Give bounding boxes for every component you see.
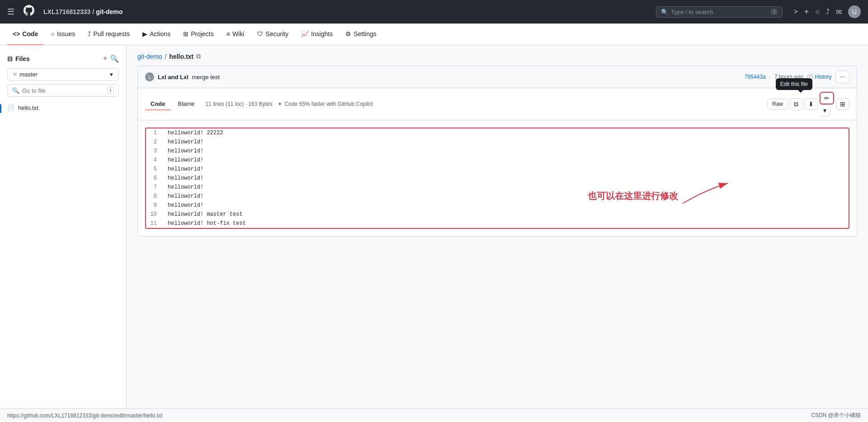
line-code: helloworld! — [164, 192, 849, 201]
nav-item-code[interactable]: <> Code — [7, 24, 43, 45]
more-options-button[interactable]: ··· — [835, 71, 849, 83]
search-file-icon: 🔍 — [12, 87, 19, 94]
copilot-text: Code 55% faster with GitHub Copilot — [284, 101, 373, 107]
copy-raw-button[interactable]: ⧉ — [790, 98, 802, 110]
line-code: helloworld! — [164, 174, 849, 183]
user-avatar[interactable]: U — [848, 5, 861, 18]
file-item-wrapper: 📄 hello.txt — [0, 102, 126, 114]
settings-icon: ⚙ — [345, 30, 351, 38]
issue-icon[interactable]: ○ — [815, 8, 820, 16]
hamburger-icon[interactable]: ☰ — [7, 7, 14, 17]
top-nav: ☰ LXL1716812333 / git-demo 🔍 Type / to s… — [0, 0, 868, 24]
table-row: 11helloworld! hot-fix test — [146, 219, 849, 228]
file-main: git-demo / hello.txt ⧉ L Lxl and Lxl mer… — [127, 45, 868, 422]
status-bar: https://github.com/LXL1716812333/git-dem… — [0, 408, 868, 422]
file-card-header: L Lxl and Lxl merge test 795443a · 7 hou… — [138, 66, 857, 88]
history-label: History — [815, 74, 831, 80]
code-area: 1helloworld! 222222helloworld!3helloworl… — [145, 128, 849, 229]
copilot-badge: ✦ Code 55% faster with GitHub Copilot — [278, 101, 373, 107]
line-number: 5 — [146, 165, 164, 174]
repo-owner[interactable]: LXL1716812333 — [43, 8, 90, 15]
global-search[interactable]: 🔍 Type / to search / — [656, 6, 783, 18]
search-icon: 🔍 — [661, 9, 668, 15]
search-sidebar-icon[interactable]: 🔍 — [110, 54, 119, 63]
copilot-icon: ✦ — [278, 101, 282, 107]
raw-button[interactable]: Raw — [767, 99, 788, 109]
commit-authors: Lxl and Lxl — [158, 74, 189, 81]
commit-info: Lxl and Lxl merge test — [158, 74, 220, 81]
tab-code[interactable]: Code — [145, 98, 171, 110]
commit-sha[interactable]: 795443a — [745, 74, 766, 80]
file-item-hello-txt[interactable]: 📄 hello.txt — [0, 102, 126, 114]
wiki-icon: ≡ — [226, 30, 230, 38]
line-code: helloworld! master test — [164, 210, 849, 219]
nav-item-projects[interactable]: ⊞ Projects — [178, 24, 219, 45]
commit-sep: · — [769, 74, 771, 80]
breadcrumb-repo-link[interactable]: git-demo — [137, 53, 162, 60]
nav-item-pull-requests[interactable]: ⤴ Pull requests — [82, 24, 135, 45]
nav-item-issues[interactable]: ○ Issues — [45, 24, 80, 45]
line-number: 9 — [146, 201, 164, 210]
file-content-header: Code Blame 11 lines (11 loc) · 163 Bytes… — [138, 88, 857, 120]
nav-label-pull-requests: Pull requests — [93, 30, 130, 38]
terminal-icon[interactable]: > — [793, 8, 797, 16]
add-file-icon[interactable]: + — [103, 54, 107, 63]
breadcrumb-file-sep: / — [165, 53, 166, 60]
breadcrumb-file-name: hello.txt — [169, 53, 193, 60]
line-code: helloworld! — [164, 183, 849, 192]
nav-item-actions[interactable]: ▶ Actions — [137, 24, 176, 45]
nav-label-actions: Actions — [150, 30, 170, 38]
pr-nav-icon: ⤴ — [88, 30, 91, 38]
branch-selector[interactable]: ⑂ master ▾ — [7, 68, 119, 81]
nav-item-settings[interactable]: ⚙ Settings — [340, 24, 382, 45]
commit-message: merge test — [192, 74, 220, 81]
line-code: helloworld! hot-fix test — [164, 219, 849, 228]
go-to-file-bar[interactable]: 🔍 t — [7, 84, 119, 97]
files-label: Files — [15, 55, 30, 62]
nav-item-insights[interactable]: 📈 Insights — [296, 24, 338, 45]
breadcrumb-sep: / — [92, 8, 94, 15]
notification-icon[interactable]: ✉ — [836, 8, 842, 16]
status-credit: CSDN @养个小橘猫 — [811, 412, 861, 419]
pr-icon[interactable]: ⤴ — [826, 8, 830, 16]
nav-label-settings: Settings — [354, 30, 377, 38]
status-url: https://github.com/LXL1716812333/git-dem… — [7, 413, 163, 419]
nav-item-wiki[interactable]: ≡ Wiki — [221, 24, 250, 45]
edit-more-button[interactable]: ▾ — [820, 104, 830, 116]
branch-icon: ⑂ — [13, 71, 17, 78]
file-stats: 11 lines (11 loc) · 163 Bytes — [205, 101, 272, 107]
sidebar-header: ⊟ Files + 🔍 — [0, 52, 126, 68]
nav-item-security[interactable]: 🛡 Security — [251, 24, 294, 45]
nav-label-wiki: Wiki — [232, 30, 244, 38]
code-icon: <> — [13, 30, 20, 38]
repo-breadcrumb: LXL1716812333 / git-demo — [43, 8, 123, 15]
file-name: hello.txt — [18, 104, 38, 111]
commit-avatar: L — [145, 72, 154, 81]
fullscreen-button[interactable]: ⊞ — [836, 98, 849, 110]
table-row: 8helloworld! — [146, 192, 849, 201]
copy-path-icon[interactable]: ⧉ — [196, 52, 201, 60]
line-code: helloworld! — [164, 138, 849, 147]
chevron-down-icon: ▾ — [110, 71, 113, 78]
tab-blame[interactable]: Blame — [173, 98, 200, 110]
search-kbd: / — [771, 9, 778, 15]
line-code: helloworld! 22222 — [164, 128, 849, 138]
actions-icon: ▶ — [142, 30, 147, 38]
branch-name-display: ⑂ master — [13, 71, 38, 78]
branch-label: master — [19, 71, 38, 78]
go-to-file-input[interactable] — [22, 87, 104, 94]
line-number: 10 — [146, 210, 164, 219]
repo-name[interactable]: git-demo — [96, 8, 123, 15]
nav-label-code: Code — [22, 30, 38, 38]
github-logo[interactable] — [24, 5, 34, 19]
line-number: 1 — [146, 128, 164, 138]
plus-icon[interactable]: + — [804, 7, 809, 17]
sidebar: ⊟ Files + 🔍 ⑂ master ▾ 🔍 t 📄 hello — [0, 45, 127, 422]
search-placeholder: Type / to search — [671, 9, 713, 15]
table-row: 4helloworld! — [146, 156, 849, 165]
edit-button-wrapper: Edit this file ✏ ▾ — [820, 92, 834, 116]
edit-file-button[interactable]: ✏ — [820, 92, 834, 104]
security-icon: 🛡 — [257, 30, 263, 38]
files-title: ⊟ Files — [7, 55, 30, 62]
download-button[interactable]: ⬇ — [804, 98, 818, 110]
